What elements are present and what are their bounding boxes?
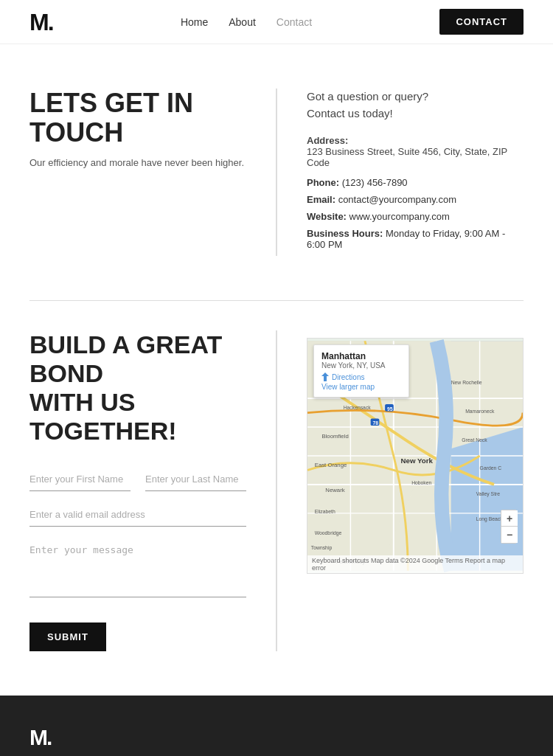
section-heading: LETS GET IN TOUCH	[29, 89, 246, 147]
svg-text:95: 95	[387, 406, 393, 412]
website-line: Website: www.yourcompany.com	[307, 211, 524, 222]
nav-links: Home About Contact	[181, 16, 312, 28]
svg-text:Woodbridge: Woodbridge	[315, 530, 342, 536]
last-name-input[interactable]	[145, 468, 246, 491]
address-line: Address: 123 Business Street, Suite 456,…	[307, 135, 524, 168]
email-input[interactable]	[29, 503, 246, 527]
map-right: Hackensack Bloomfield East Orange Newark…	[277, 330, 524, 651]
svg-text:Township: Township	[311, 545, 333, 551]
navbar: M. Home About Contact CONTACT	[0, 0, 553, 44]
footer: M. ADDRESS 123 Business Street, Suite 45…	[0, 696, 553, 756]
contact-info-section: LETS GET IN TOUCH Our efficiency and mor…	[0, 44, 553, 300]
section-subtext: Our efficiency and morale have never bee…	[29, 157, 246, 168]
svg-text:Hoboken: Hoboken	[411, 480, 431, 485]
first-name-field	[29, 468, 131, 491]
place-sub: New York, NY, USA	[321, 361, 401, 370]
form-left: BUILD A GREAT BOND WITH US TOGETHER! SUB…	[29, 330, 277, 651]
svg-text:Mamaroneck: Mamaroneck	[465, 409, 495, 414]
svg-text:78: 78	[373, 420, 379, 426]
svg-text:New Rochelle: New Rochelle	[451, 380, 482, 385]
hours-line: Business Hours: Monday to Friday, 9:00 A…	[307, 228, 524, 250]
directions-icon	[321, 372, 329, 381]
svg-text:Long Beach: Long Beach	[476, 516, 504, 522]
email-value: contact@yourcompany.com	[338, 194, 456, 205]
website-label: Website:	[307, 211, 347, 222]
map-zoom-controls: + −	[501, 510, 517, 544]
submit-button[interactable]: SUBMIT	[29, 623, 106, 651]
form-heading-line2: WITH US TOGETHER!	[29, 388, 177, 445]
map-popup: Manhattan New York, NY, USA Directions V…	[313, 344, 409, 398]
last-name-field	[145, 468, 246, 491]
contact-right: Got a question or query? Contact us toda…	[277, 89, 524, 256]
form-heading-line1: BUILD A GREAT BOND	[29, 330, 222, 387]
svg-text:Great Neck: Great Neck	[462, 437, 487, 443]
map-credits: Keyboard shortcuts Map data ©2024 Google…	[312, 557, 518, 572]
directions-link[interactable]: Directions	[321, 372, 401, 381]
website-value: www.yourcompany.com	[349, 211, 450, 222]
email-field-container	[29, 503, 246, 527]
svg-text:New York: New York	[401, 457, 434, 465]
message-textarea[interactable]	[29, 538, 246, 597]
address-label: Address:	[307, 135, 348, 146]
address-value: 123 Business Street, Suite 456, City, St…	[307, 146, 507, 168]
map-container: Hackensack Bloomfield East Orange Newark…	[307, 338, 524, 574]
tagline: Got a question or query? Contact us toda…	[307, 89, 524, 122]
zoom-in-button[interactable]: +	[501, 510, 518, 527]
phone-label: Phone:	[307, 177, 339, 188]
svg-text:Elizabeth: Elizabeth	[315, 509, 335, 514]
email-label: Email:	[307, 194, 335, 205]
svg-text:Hackensack: Hackensack	[344, 405, 372, 410]
name-row	[29, 468, 246, 491]
form-heading: BUILD A GREAT BOND WITH US TOGETHER!	[29, 330, 246, 445]
svg-text:Garden C: Garden C	[480, 465, 502, 471]
nav-contact[interactable]: Contact	[276, 16, 312, 28]
contact-button[interactable]: CONTACT	[439, 9, 524, 35]
tagline-line2: Contact us today!	[307, 107, 393, 119]
nav-home[interactable]: Home	[181, 16, 208, 28]
place-name: Manhattan	[321, 351, 401, 361]
nav-about[interactable]: About	[229, 16, 256, 28]
map-bottom-bar: Keyboard shortcuts Map data ©2024 Google…	[307, 555, 523, 573]
message-field-container	[29, 538, 246, 600]
svg-text:East Orange: East Orange	[315, 462, 347, 468]
svg-text:Valley Stre: Valley Stre	[476, 491, 501, 497]
view-larger-link[interactable]: View larger map	[321, 383, 401, 391]
footer-logo: M.	[29, 725, 524, 750]
zoom-out-button[interactable]: −	[501, 527, 518, 543]
svg-text:Bloomfield: Bloomfield	[321, 433, 348, 440]
logo: M.	[29, 10, 53, 34]
first-name-input[interactable]	[29, 468, 131, 491]
tagline-line1: Got a question or query?	[307, 90, 428, 103]
svg-text:Newark: Newark	[325, 487, 344, 493]
hours-label: Business Hours:	[307, 228, 383, 239]
contact-left: LETS GET IN TOUCH Our efficiency and mor…	[29, 89, 277, 256]
email-line: Email: contact@yourcompany.com	[307, 194, 524, 205]
phone-value: (123) 456-7890	[342, 177, 408, 188]
phone-line: Phone: (123) 456-7890	[307, 177, 524, 188]
form-map-section: BUILD A GREAT BOND WITH US TOGETHER! SUB…	[0, 301, 553, 696]
